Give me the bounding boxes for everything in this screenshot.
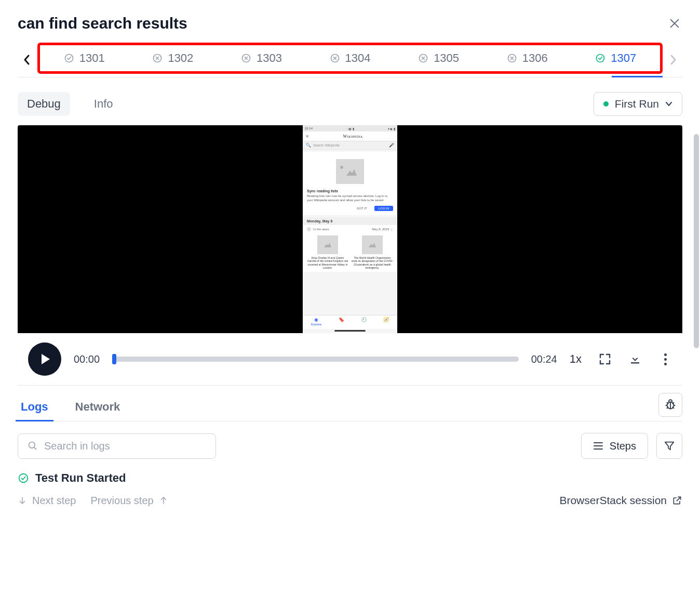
log-in-button: LOG IN bbox=[374, 206, 393, 211]
run-select-label: First Run bbox=[615, 98, 659, 110]
search-icon bbox=[28, 441, 38, 451]
image-placeholder-icon bbox=[362, 235, 383, 254]
tab-info[interactable]: Info bbox=[85, 92, 123, 116]
progress-bar[interactable] bbox=[112, 357, 519, 362]
next-step-button[interactable]: Next step bbox=[18, 495, 76, 507]
svg-point-34 bbox=[19, 474, 28, 483]
video-preview[interactable]: 22:14 ◦ ▦ ▮ ▾ ◆ ▮ ≡ Wikipedia 🔍 Search W… bbox=[18, 125, 682, 333]
log-entry[interactable]: Test Run Started bbox=[18, 471, 682, 485]
prev-step-button[interactable]: Previous step bbox=[90, 495, 168, 507]
browserstack-session-link[interactable]: BrowserStack session bbox=[559, 494, 682, 507]
got-it-button: GOT IT bbox=[354, 206, 370, 211]
download-icon bbox=[629, 353, 641, 365]
news-date: May 8, 2023 bbox=[372, 228, 389, 231]
run-item-1301[interactable]: 1301 bbox=[40, 48, 129, 68]
nav-explore: Explore bbox=[311, 323, 321, 326]
fullscreen-icon bbox=[599, 353, 611, 365]
run-number: 1305 bbox=[434, 51, 459, 65]
runs-list: 1301 1302 1303 1304 bbox=[37, 43, 663, 74]
run-number: 1303 bbox=[257, 51, 282, 65]
run-item-1306[interactable]: 1306 bbox=[483, 48, 572, 68]
run-select-dropdown[interactable]: First Run bbox=[594, 92, 682, 116]
current-time: 00:00 bbox=[74, 353, 100, 365]
report-bug-button[interactable] bbox=[658, 393, 682, 417]
active-run-indicator bbox=[612, 76, 663, 77]
run-number: 1301 bbox=[79, 51, 105, 65]
image-placeholder-icon bbox=[317, 235, 338, 254]
image-placeholder-icon bbox=[336, 159, 364, 184]
check-circle-icon bbox=[18, 472, 29, 484]
x-circle-icon bbox=[507, 53, 517, 63]
playback-speed-button[interactable]: 1x bbox=[570, 352, 582, 366]
close-button[interactable] bbox=[667, 16, 682, 31]
steps-button[interactable]: Steps bbox=[581, 433, 648, 459]
scrollbar-thumb[interactable] bbox=[694, 134, 699, 348]
arrow-up-icon bbox=[159, 496, 168, 505]
play-icon bbox=[42, 354, 50, 364]
check-circle-icon bbox=[595, 53, 605, 63]
runs-next-button[interactable] bbox=[664, 49, 682, 70]
x-circle-icon bbox=[152, 53, 163, 63]
filter-icon bbox=[664, 440, 675, 452]
search-icon: 🔍 bbox=[306, 143, 311, 148]
bug-icon bbox=[664, 398, 677, 412]
device-screen: 22:14 ◦ ▦ ▮ ▾ ◆ ▮ ≡ Wikipedia 🔍 Search W… bbox=[303, 125, 397, 333]
run-item-1307[interactable]: 1307 bbox=[571, 48, 660, 68]
app-title: Wikipedia bbox=[312, 134, 394, 139]
mic-icon: 🎤 bbox=[389, 143, 394, 148]
steps-label: Steps bbox=[610, 440, 636, 452]
svg-rect-19 bbox=[631, 362, 639, 364]
kebab-icon bbox=[664, 353, 667, 365]
check-circle-icon bbox=[64, 53, 74, 63]
chevron-down-icon bbox=[665, 101, 672, 107]
chevron-right-icon bbox=[669, 54, 677, 66]
svg-point-2 bbox=[65, 55, 73, 62]
sync-card-body: Reading lists can now be synced across d… bbox=[307, 194, 393, 203]
progress-thumb[interactable] bbox=[112, 354, 116, 364]
x-circle-icon bbox=[241, 53, 251, 63]
play-button[interactable] bbox=[28, 342, 61, 376]
x-circle-icon bbox=[330, 53, 340, 63]
news-section-label: In the news bbox=[313, 228, 329, 231]
tab-network[interactable]: Network bbox=[72, 393, 124, 421]
close-icon bbox=[669, 18, 680, 29]
fullscreen-button[interactable] bbox=[598, 352, 612, 366]
next-step-label: Next step bbox=[32, 495, 76, 507]
arrow-down-icon bbox=[18, 496, 27, 505]
run-item-1303[interactable]: 1303 bbox=[217, 48, 306, 68]
filter-button[interactable] bbox=[656, 433, 682, 459]
status-dot-icon bbox=[603, 101, 609, 107]
log-entry-title: Test Run Started bbox=[35, 471, 126, 485]
phone-status-bar: 22:14 ◦ ▦ ▮ ▾ ◆ ▮ bbox=[303, 125, 397, 131]
svg-line-29 bbox=[34, 447, 36, 450]
svg-marker-33 bbox=[665, 442, 674, 450]
log-search-box[interactable] bbox=[18, 433, 216, 459]
date-header: Monday, May 8 bbox=[303, 217, 397, 225]
chevron-left-icon bbox=[23, 54, 31, 66]
runs-prev-button[interactable] bbox=[18, 49, 36, 70]
more-menu-button[interactable] bbox=[658, 352, 672, 366]
sync-card-title: Sync reading lists bbox=[307, 189, 393, 193]
run-number: 1302 bbox=[168, 51, 193, 65]
search-placeholder: Search Wikipedia bbox=[313, 143, 387, 147]
page-title: can find search results bbox=[18, 15, 187, 32]
list-icon bbox=[593, 442, 603, 450]
x-circle-icon bbox=[418, 53, 428, 63]
news-item: The World Health Organization ends its d… bbox=[352, 256, 393, 270]
prev-step-label: Previous step bbox=[90, 495, 153, 507]
download-button[interactable] bbox=[628, 352, 642, 366]
run-number: 1306 bbox=[522, 51, 548, 65]
svg-point-18 bbox=[597, 55, 604, 62]
run-item-1302[interactable]: 1302 bbox=[129, 48, 218, 68]
news-item: King Charles III and Queen Camilla of th… bbox=[307, 256, 348, 270]
session-link-label: BrowserStack session bbox=[559, 494, 667, 507]
hamburger-icon: ≡ bbox=[306, 134, 308, 139]
tab-debug[interactable]: Debug bbox=[18, 92, 70, 116]
log-search-input[interactable] bbox=[44, 440, 206, 452]
tab-logs[interactable]: Logs bbox=[18, 393, 51, 421]
run-number: 1304 bbox=[345, 51, 371, 65]
run-item-1305[interactable]: 1305 bbox=[394, 48, 483, 68]
svg-line-37 bbox=[677, 497, 681, 501]
duration: 00:24 bbox=[531, 353, 557, 365]
run-item-1304[interactable]: 1304 bbox=[306, 48, 395, 68]
